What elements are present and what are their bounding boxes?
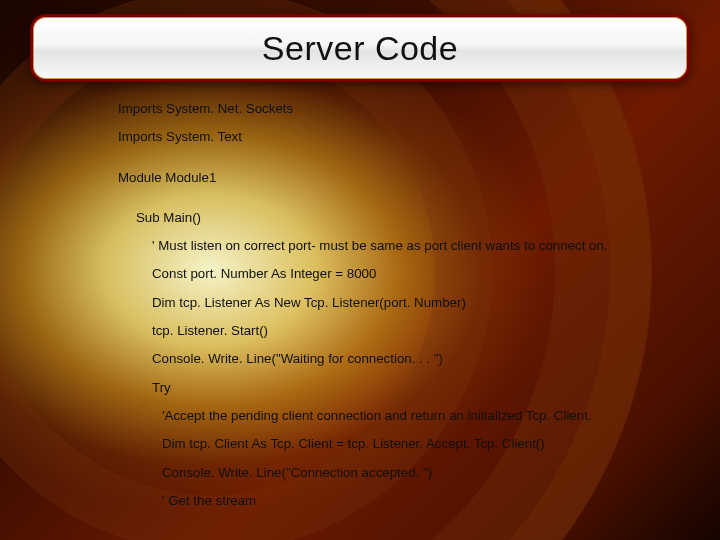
code-line: tcp. Listener. Start()	[118, 324, 688, 337]
code-line: Module Module1	[118, 171, 688, 184]
code-line: Dim tcp. Client As Tcp. Client = tcp. Li…	[118, 437, 688, 450]
code-line: Console. Write. Line("Connection accepte…	[118, 466, 688, 479]
code-line: ' Must listen on correct port- must be s…	[118, 239, 688, 252]
code-line: Sub Main()	[118, 211, 688, 224]
code-line: Try	[118, 381, 688, 394]
code-line: Const port. Number As Integer = 8000	[118, 267, 688, 280]
title-bar: Server Code	[30, 14, 690, 82]
code-line: Dim tcp. Listener As New Tcp. Listener(p…	[118, 296, 688, 309]
code-line: ' Get the stream	[118, 494, 688, 507]
slide-title: Server Code	[262, 29, 458, 68]
code-line: Console. Write. Line("Waiting for connec…	[118, 352, 688, 365]
code-block: Imports System. Net. Sockets Imports Sys…	[118, 102, 688, 522]
code-line: Imports System. Text	[118, 130, 688, 143]
code-line: Imports System. Net. Sockets	[118, 102, 688, 115]
code-line: 'Accept the pending client connection an…	[118, 409, 688, 422]
